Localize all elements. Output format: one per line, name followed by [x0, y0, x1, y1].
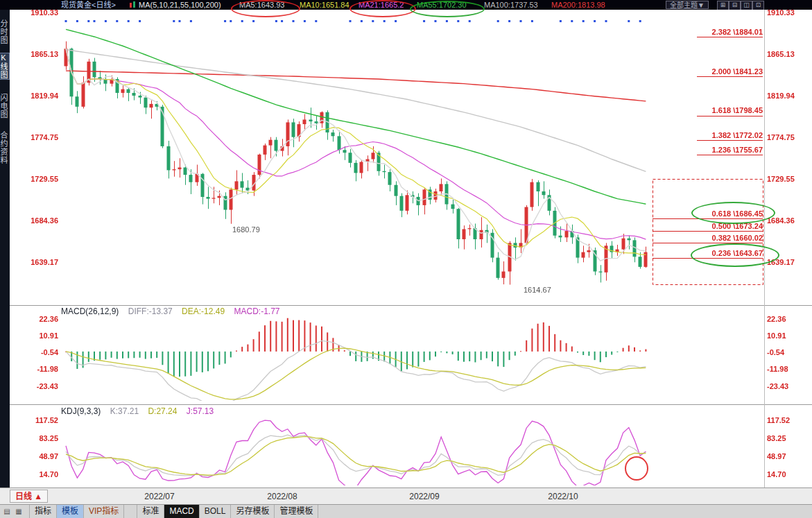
- kdj-axis-label: 117.52: [19, 416, 58, 424]
- price-axis-label: 1910.33: [767, 8, 810, 17]
- layout-single-icon[interactable]: ⊟: [729, 1, 741, 10]
- date-axis-strip: 日线 ▲ 2022/07 2022/08 2022/09 2022/10: [0, 487, 812, 504]
- kdj-axis-label: 83.25: [19, 434, 58, 442]
- ma55-value: MA55:1702.30: [417, 1, 467, 9]
- date-label: 2022/07: [144, 492, 174, 501]
- fib-level-label[interactable]: 2.000 \1841.23: [680, 67, 763, 76]
- toolbar-button-template[interactable]: 模板: [57, 505, 84, 518]
- kdj-axis-label: 117.52: [767, 416, 810, 424]
- grid-view-icon[interactable]: ▦: [14, 508, 24, 515]
- fib-level-label[interactable]: 0.618 \1686.45: [680, 209, 763, 218]
- macd-axis-label: -0.54: [767, 348, 810, 356]
- chevron-up-icon: ▲: [34, 492, 42, 501]
- kdj-axis-label: 14.70: [19, 470, 58, 478]
- panel-separator: [10, 404, 812, 405]
- price-axis-label: 1774.75: [767, 133, 810, 141]
- kdj-axis-label: 83.25: [767, 434, 810, 442]
- price-axis-label: 1639.17: [19, 258, 58, 266]
- sidebar-item-lightning[interactable]: 闪电图: [0, 94, 9, 119]
- date-label: 2022/09: [409, 492, 439, 501]
- kdj-axis-label: 48.97: [19, 452, 58, 460]
- price-axis-label: 1865.13: [19, 50, 58, 58]
- price-axis-label: 1729.55: [19, 175, 58, 183]
- fib-level-label[interactable]: 1.382 \1772.02: [680, 131, 763, 139]
- kdj-title: KDJ(9,3,3): [61, 406, 101, 416]
- macd-axis-label: -11.98: [767, 365, 810, 373]
- layout-grid-icon[interactable]: ⊞: [717, 1, 729, 10]
- date-label: 2022/08: [267, 492, 297, 501]
- theme-selector-button[interactable]: 全部主题▼: [666, 1, 709, 9]
- kdj-d-value: D:27.24: [148, 406, 177, 416]
- bottom-toolbar: ▤ ▦ 指标 模板 VIP指标 标准 MACD BOLL 另存模板 管理模板: [0, 504, 812, 518]
- symbol-title[interactable]: 现货黄金<日线>: [61, 1, 116, 9]
- macd-dea-value: DEA:-12.49: [182, 307, 225, 316]
- ma-params-label: MA(5,10,21,55,100,200): [139, 1, 221, 9]
- price-axis-label: 1819.94: [767, 92, 810, 100]
- macd-axis-label: 10.91: [767, 331, 810, 340]
- panel-separator: [10, 305, 812, 306]
- fib-level-label[interactable]: 0.500 \1673.24: [680, 222, 763, 230]
- price-axis-label: 1729.55: [767, 175, 810, 183]
- macd-axis-label: -23.43: [19, 382, 58, 390]
- kdj-j-value: J:57.13: [187, 406, 214, 416]
- ma21-value: MA21:1665.2: [359, 1, 404, 9]
- macd-axis-label: 22.36: [19, 315, 58, 323]
- ma10-value: MA10:1651.84: [300, 1, 349, 9]
- price-axis-label: 1774.75: [19, 133, 58, 141]
- ma100-value: MA100:1737.53: [484, 1, 538, 9]
- price-axis-label: 1865.13: [767, 50, 810, 58]
- sidebar-item-timeshare[interactable]: 分时图: [0, 19, 9, 44]
- price-axis-label: 1684.36: [767, 216, 810, 225]
- fib-level-label[interactable]: 1.236 \1755.67: [680, 146, 763, 154]
- topbar: 现货黄金<日线> MA(5,10,21,55,100,200) MA5:1643…: [0, 0, 812, 10]
- layout-frame-icon[interactable]: ⊡: [752, 1, 764, 10]
- toolbar-button-boll[interactable]: BOLL: [200, 505, 232, 518]
- price-axis-label: 1684.36: [19, 216, 58, 225]
- macd-axis-label: -0.54: [19, 348, 58, 356]
- list-view-icon[interactable]: ▤: [2, 508, 12, 515]
- macd-header: MACD(26,12,9) DIFF:-13.37 DEA:-12.49 MAC…: [61, 307, 287, 316]
- layout-split-icon[interactable]: ◫: [741, 1, 752, 10]
- indicator-icon: [129, 1, 137, 8]
- toolbar-button-macd[interactable]: MACD: [164, 505, 199, 518]
- axis-separator: [764, 10, 765, 487]
- fib-level-label[interactable]: 2.382 \1884.01: [680, 28, 763, 36]
- left-rail: 分时图 K线图 闪电图 合约资料: [0, 10, 10, 487]
- period-tab-daily[interactable]: 日线 ▲: [10, 490, 48, 503]
- low-price-annotation: 1614.67: [524, 286, 551, 294]
- kdj-k-value: K:37.21: [110, 406, 139, 416]
- macd-axis-label: 22.36: [767, 315, 810, 323]
- kdj-axis-label: 48.97: [767, 452, 810, 460]
- fib-level-label[interactable]: 1.618 \1798.45: [680, 106, 763, 114]
- ma200-value: MA200:1813.98: [551, 1, 605, 9]
- macd-title: MACD(26,12,9): [61, 307, 119, 316]
- sidebar-item-contract-info[interactable]: 合约资料: [0, 131, 9, 164]
- macd-axis-label: -11.98: [19, 365, 58, 373]
- macd-axis-label: 10.91: [19, 331, 58, 340]
- fib-level-label[interactable]: 0.236 \1643.67: [680, 249, 763, 257]
- toolbar-button-indicators[interactable]: 指标: [29, 505, 57, 518]
- macd-diff-value: DIFF:-13.37: [128, 307, 173, 316]
- price-axis-label: 1639.17: [767, 258, 810, 266]
- fib-level-label[interactable]: 0.382 \1660.02: [680, 234, 763, 242]
- macd-value: MACD:-1.77: [234, 307, 279, 316]
- price-axis-label: 1819.94: [19, 92, 58, 100]
- date-label: 2022/10: [548, 492, 578, 501]
- low-price-annotation: 1680.79: [232, 225, 260, 234]
- price-axis-label: 1910.33: [19, 8, 58, 17]
- macd-axis-label: -23.43: [767, 382, 810, 390]
- ma5-value: MA5:1643.93: [239, 1, 284, 9]
- toolbar-button-vip-indicators[interactable]: VIP指标: [84, 505, 124, 518]
- toolbar-button-standard[interactable]: 标准: [137, 505, 164, 518]
- kdj-header: KDJ(9,3,3) K:37.21 D:27.24 J:57.13: [61, 406, 221, 416]
- toolbar-button-manage-templates[interactable]: 管理模板: [275, 505, 318, 518]
- sidebar-item-kline[interactable]: K线图: [0, 53, 9, 79]
- kdj-axis-label: 14.70: [767, 470, 810, 478]
- period-label: 日线: [15, 492, 32, 501]
- trading-app: 现货黄金<日线> MA(5,10,21,55,100,200) MA5:1643…: [0, 0, 812, 518]
- toolbar-spacer: [124, 505, 137, 518]
- toolbar-button-save-template[interactable]: 另存模板: [231, 505, 275, 518]
